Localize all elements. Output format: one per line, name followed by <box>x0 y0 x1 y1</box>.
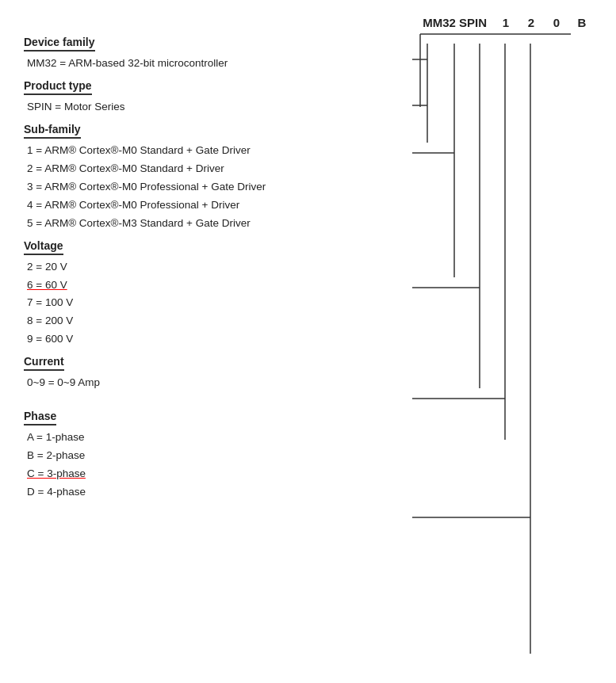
device-family-item: MM32 = ARM-based 32-bit microcontroller <box>27 55 420 73</box>
header-char-3: 0 <box>544 16 569 29</box>
header-title: MM32 SPIN <box>423 16 487 29</box>
product-type-item: SPIN = Motor Series <box>27 98 420 116</box>
phase-item-c-text: C = 3-phase <box>27 467 86 479</box>
left-panel: Device family MM32 = ARM-based 32-bit mi… <box>24 36 420 502</box>
section-content-device-family: MM32 = ARM-based 32-bit microcontroller <box>24 55 420 73</box>
section-content-sub-family: 1 = ARM® Cortex®-M0 Standard + Gate Driv… <box>24 142 420 233</box>
section-voltage: Voltage 2 = 20 V 6 = 60 V 7 = 100 V 8 = … <box>24 239 420 349</box>
sub-family-item-5: 5 = ARM® Cortex®-M3 Standard + Gate Driv… <box>27 215 420 233</box>
section-content-current: 0~9 = 0~9 Amp <box>24 374 420 392</box>
sub-family-item-2: 2 = ARM® Cortex®-M0 Standard + Driver <box>27 160 420 178</box>
current-item: 0~9 = 0~9 Amp <box>27 374 420 392</box>
voltage-item-3: 7 = 100 V <box>27 294 420 312</box>
section-header-product-type: Product type <box>24 79 92 95</box>
section-header-sub-family: Sub-family <box>24 123 81 139</box>
section-phase: Phase A = 1-phase B = 2-phase C = 3-phas… <box>24 410 420 502</box>
phase-item-d: D = 4-phase <box>27 483 420 502</box>
voltage-item-1: 2 = 20 V <box>27 258 420 277</box>
phase-item-a: A = 1-phase <box>27 429 420 447</box>
voltage-item-4: 8 = 200 V <box>27 312 420 330</box>
section-device-family: Device family MM32 = ARM-based 32-bit mi… <box>24 36 420 73</box>
section-content-phase: A = 1-phase B = 2-phase C = 3-phase D = … <box>24 429 420 502</box>
section-header-phase: Phase <box>24 410 56 425</box>
section-current: Current 0~9 = 0~9 Amp <box>24 355 420 392</box>
section-header-device-family: Device family <box>24 36 95 52</box>
sub-family-item-4: 4 = ARM® Cortex®-M0 Professional + Drive… <box>27 197 420 215</box>
phase-item-c: C = 3-phase <box>27 465 420 483</box>
spacer <box>24 399 420 410</box>
voltage-item-5: 9 = 600 V <box>27 330 420 349</box>
voltage-item-2-text: 6 = 60 V <box>27 279 67 291</box>
section-header-current: Current <box>24 355 64 371</box>
header-char-1: 1 <box>493 16 518 29</box>
bracket-lines-svg <box>412 12 603 670</box>
section-content-product-type: SPIN = Motor Series <box>24 98 420 116</box>
section-product-type: Product type SPIN = Motor Series <box>24 79 420 116</box>
header-char-2: 2 <box>518 16 544 29</box>
diagram: MM32 SPIN 1 2 0 B Device family MM32 = A… <box>24 16 595 502</box>
section-sub-family: Sub-family 1 = ARM® Cortex®-M0 Standard … <box>24 123 420 233</box>
header-row: MM32 SPIN 1 2 0 B <box>24 16 595 29</box>
header-char-4: B <box>569 16 595 29</box>
sub-family-item-3: 3 = ARM® Cortex®-M0 Professional + Gate … <box>27 178 420 197</box>
phase-item-b: B = 2-phase <box>27 447 420 465</box>
section-content-voltage: 2 = 20 V 6 = 60 V 7 = 100 V 8 = 200 V 9 … <box>24 258 420 349</box>
voltage-item-2: 6 = 60 V <box>27 277 420 295</box>
sub-family-item-1: 1 = ARM® Cortex®-M0 Standard + Gate Driv… <box>27 142 420 160</box>
main-area: Device family MM32 = ARM-based 32-bit mi… <box>24 36 595 502</box>
section-header-voltage: Voltage <box>24 239 63 255</box>
header-chars: 1 2 0 B <box>493 16 595 29</box>
